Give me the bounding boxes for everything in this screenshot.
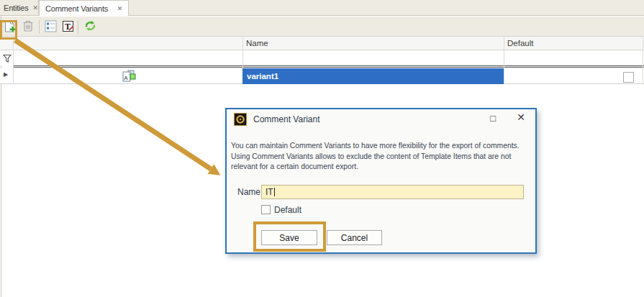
cancel-button[interactable]: Cancel <box>327 230 382 245</box>
name-input[interactable]: IT <box>261 185 524 199</box>
toolbar-separator <box>78 20 78 34</box>
close-icon[interactable]: ✕ <box>517 111 525 123</box>
text-edit-icon: T <box>62 20 74 35</box>
description-line: You can maintain Comment Variants to hav… <box>231 140 520 151</box>
description-line: Using Comment Variants allows to exclude… <box>231 151 520 162</box>
maximize-icon[interactable]: □ <box>490 113 496 124</box>
row-indicator-icon: ▶ <box>4 71 8 78</box>
name-field-label: Name <box>237 187 260 197</box>
refresh-button[interactable] <box>83 20 98 35</box>
grid-header-row: Name Default <box>0 36 644 50</box>
app-logo-icon <box>234 113 247 129</box>
dialog-description: You can maintain Comment Variants to hav… <box>231 140 520 172</box>
tab-comment-variants-label: Comment Variants <box>45 4 108 13</box>
dialog-title: Comment Variant <box>253 114 319 124</box>
svg-text:A: A <box>124 75 128 81</box>
annotation-highlight-toolbar-new-button <box>0 20 17 40</box>
default-checkbox[interactable] <box>261 205 271 214</box>
application-window: Entities ✕ Comment Variants ✕ <box>0 0 644 297</box>
trash-icon <box>22 19 34 35</box>
tab-comment-variants[interactable]: Comment Variants ✕ <box>39 0 129 16</box>
list-properties-icon <box>45 20 57 35</box>
cell-name-variant1[interactable]: variant1 <box>242 68 504 84</box>
tab-comment-variants-close-icon[interactable]: ✕ <box>113 5 122 12</box>
tab-entities[interactable]: Entities ✕ <box>0 0 39 15</box>
tab-entities-close-icon[interactable]: ✕ <box>28 4 37 12</box>
column-header-name[interactable]: Name <box>246 39 268 47</box>
grid-column-line <box>13 36 14 84</box>
grid-frozen-separator <box>13 65 644 68</box>
show-list-button[interactable] <box>43 20 58 35</box>
text-caret <box>274 188 275 196</box>
toolbar-separator <box>39 20 40 34</box>
column-header-default[interactable]: Default <box>507 39 533 47</box>
filter-funnel-icon <box>3 53 12 66</box>
annotation-highlight-save-button <box>253 221 326 252</box>
name-input-value: IT <box>266 187 273 197</box>
tab-bar: Entities ✕ Comment Variants ✕ <box>0 0 644 16</box>
grid-column-line <box>643 36 643 84</box>
refresh-icon <box>84 20 96 35</box>
edit-text-button[interactable]: T <box>60 20 76 35</box>
comment-variant-row-icon: A <box>122 70 136 86</box>
default-checkbox-label: Default <box>274 205 301 215</box>
row-default-checkbox[interactable] <box>623 72 634 83</box>
grid-filter-row[interactable] <box>0 50 644 65</box>
delete-button[interactable] <box>20 20 35 35</box>
description-line: relevant for a certain document export. <box>231 161 520 172</box>
toolbar: T <box>0 17 644 36</box>
tab-entities-label: Entities <box>4 4 28 12</box>
grid-column-line <box>504 36 504 84</box>
